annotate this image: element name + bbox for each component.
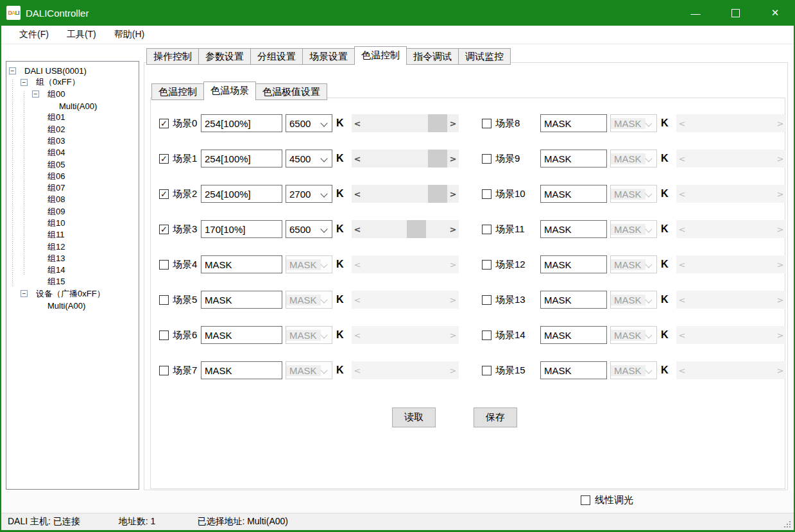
scroll-right-arrow-icon[interactable]: > [447,150,459,167]
tree-item[interactable]: 组04 [6,147,139,159]
scene-checkbox[interactable] [159,295,169,305]
scene-checkbox[interactable] [159,366,169,375]
tree-item[interactable]: −组（0xFF） [6,76,139,88]
tree-item[interactable]: 组12 [6,241,139,252]
color-temp-dropdown[interactable]: 6500 [286,114,332,132]
scrollbar-thumb[interactable] [428,114,447,132]
tree-item[interactable]: 组07 [6,182,139,194]
scroll-left-arrow-icon[interactable]: < [352,220,363,238]
tree-expander-icon[interactable]: − [21,79,28,86]
scrollbar-thumb[interactable] [428,185,447,203]
subtab-色温极值设置[interactable]: 色温极值设置 [256,83,327,100]
menu-item-帮助(H)[interactable]: 帮助(H) [107,29,152,40]
maximize-button[interactable] [715,0,755,26]
scroll-left-arrow-icon[interactable]: < [352,114,363,132]
tree-expander-icon[interactable]: − [9,67,16,74]
scene-brightness-input[interactable] [540,114,607,132]
tree-item[interactable]: −DALI USB(0001) [6,65,139,76]
scene-brightness-input[interactable] [201,220,282,238]
color-temp-value: MASK [611,330,645,341]
tree-item[interactable]: 组10 [6,218,139,229]
scroll-right-arrow-icon[interactable]: > [447,220,459,238]
scene-brightness-input[interactable] [540,150,607,167]
scene-checkbox[interactable] [482,189,492,199]
scene-checkbox[interactable] [482,366,492,375]
tab-指令调试[interactable]: 指令调试 [407,48,459,65]
tree-item[interactable]: Multi(A00) [6,100,139,112]
scene-brightness-input[interactable] [201,291,282,309]
scene-checkbox[interactable] [482,154,492,164]
scene-brightness-input[interactable] [201,114,282,132]
scene-checkbox[interactable] [482,330,492,340]
save-button[interactable]: 保存 [474,408,517,427]
scene-checkbox[interactable] [482,119,492,128]
tree-item[interactable]: 组15 [6,276,139,287]
brightness-scrollbar[interactable]: <> [352,185,459,203]
scene-brightness-input[interactable] [201,185,282,203]
scroll-left-arrow-icon[interactable]: < [352,185,363,203]
tree-item[interactable]: 组02 [6,123,139,135]
scene-brightness-input[interactable] [540,255,607,273]
tree-item[interactable]: 组08 [6,194,139,205]
color-temp-dropdown[interactable]: 4500 [286,150,332,167]
chevron-down-icon [320,190,327,197]
scene-checkbox[interactable] [159,330,169,340]
scrollbar-thumb[interactable] [407,220,426,238]
linear-dimming-option[interactable]: 线性调光 [581,494,633,506]
tab-场景设置[interactable]: 场景设置 [303,48,355,65]
linear-dimming-checkbox[interactable] [581,495,590,505]
scene-checkbox[interactable] [482,260,492,270]
scene-brightness-input[interactable] [540,185,607,203]
brightness-scrollbar[interactable]: <> [352,220,459,238]
tree-expander-icon[interactable]: − [21,290,28,297]
tab-调试监控[interactable]: 调试监控 [459,48,511,65]
scene-checkbox[interactable] [159,260,169,270]
scene-checkbox[interactable]: ✓ [159,154,169,164]
scene-checkbox[interactable]: ✓ [159,225,169,234]
scene-brightness-input[interactable] [201,361,282,379]
brightness-scrollbar[interactable]: <> [352,114,459,132]
menu-item-工具(T)[interactable]: 工具(T) [59,29,104,40]
scroll-right-arrow-icon[interactable]: > [447,114,459,132]
scene-checkbox[interactable] [482,295,492,305]
tree-item[interactable]: Multi(A00) [6,300,139,311]
tree-expander-icon[interactable]: − [32,90,39,98]
scene-checkbox[interactable] [482,225,492,234]
tree-item[interactable]: −组00 [6,89,139,100]
tree-item[interactable]: 组14 [6,264,139,276]
scene-brightness-input[interactable] [201,326,282,344]
tree-item[interactable]: −设备（广播0xFF） [6,288,139,300]
subtab-色温控制[interactable]: 色温控制 [151,83,204,100]
tab-色温控制[interactable]: 色温控制 [354,46,407,65]
scene-brightness-input[interactable] [540,326,607,344]
close-button[interactable]: ✕ [755,0,795,26]
color-temp-dropdown[interactable]: 6500 [286,220,332,238]
tree-item[interactable]: 组09 [6,206,139,218]
scene-checkbox[interactable]: ✓ [159,119,169,128]
tree-item[interactable]: 组06 [6,171,139,182]
tree-item[interactable]: 组05 [6,159,139,170]
resize-grip-icon[interactable] [784,521,791,528]
scene-brightness-input[interactable] [201,255,282,273]
scene-brightness-input[interactable] [540,361,607,379]
tab-分组设置[interactable]: 分组设置 [251,48,303,65]
scrollbar-thumb[interactable] [428,150,447,167]
scene-checkbox[interactable]: ✓ [159,189,169,199]
brightness-scrollbar[interactable]: <> [352,150,459,167]
tree-item[interactable]: 组11 [6,229,139,241]
subtab-色温场景[interactable]: 色温场景 [203,82,256,100]
color-temp-dropdown[interactable]: 2700 [286,185,332,203]
menu-item-文件(F)[interactable]: 文件(F) [12,29,56,40]
scene-brightness-input[interactable] [201,150,282,167]
tree-item[interactable]: 组03 [6,135,139,147]
tab-参数设置[interactable]: 参数设置 [199,48,251,65]
scroll-left-arrow-icon[interactable]: < [352,150,363,167]
scene-brightness-input[interactable] [540,291,607,309]
tree-item[interactable]: 组13 [6,253,139,264]
minimize-button[interactable]: — [676,0,715,26]
tree-item[interactable]: 组01 [6,112,139,123]
scroll-right-arrow-icon[interactable]: > [447,185,459,203]
read-button[interactable]: 读取 [392,408,436,427]
tab-操作控制[interactable]: 操作控制 [146,48,199,65]
scene-brightness-input[interactable] [540,220,607,238]
